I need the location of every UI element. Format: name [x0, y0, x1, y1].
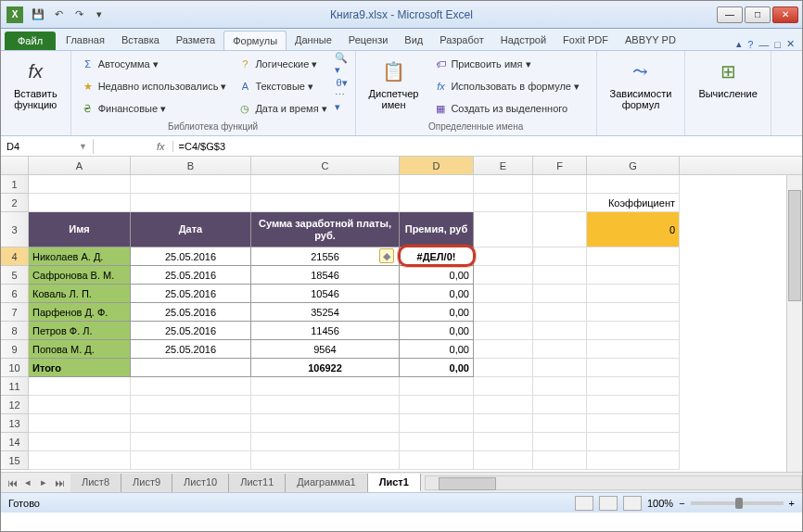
cell-G2[interactable]: Коэффициент — [587, 194, 680, 212]
cell-F13[interactable] — [533, 414, 587, 433]
doc-minimize-icon[interactable]: — — [758, 39, 769, 50]
sheet-tab-Лист1[interactable]: Лист1 — [368, 474, 421, 492]
zoom-out-button[interactable]: − — [679, 498, 684, 509]
cell-F10[interactable] — [533, 359, 587, 377]
row-header-2[interactable]: 2 — [1, 194, 29, 212]
row-header-8[interactable]: 8 — [1, 322, 29, 340]
cell-E1[interactable] — [474, 175, 533, 194]
cell-C1[interactable] — [251, 175, 400, 194]
cell-G1[interactable] — [587, 175, 680, 194]
row-header-11[interactable]: 11 — [1, 377, 29, 396]
column-header-B[interactable]: B — [131, 157, 251, 174]
redo-icon[interactable]: ↷ — [70, 6, 88, 24]
cell-D14[interactable] — [400, 433, 474, 451]
cell-G3[interactable]: 0 — [587, 212, 680, 247]
sheet-tab-Лист8[interactable]: Лист8 — [70, 474, 121, 492]
row-header-7[interactable]: 7 — [1, 303, 29, 322]
text-button[interactable]: AТекстовые ▾ — [234, 77, 330, 95]
cell-A14[interactable] — [29, 433, 131, 451]
logical-button[interactable]: ?Логические ▾ — [234, 55, 330, 73]
row-header-12[interactable]: 12 — [1, 396, 29, 414]
cell-A15[interactable] — [29, 451, 131, 470]
cell-D9[interactable]: 0,00 — [400, 340, 474, 359]
cell-A2[interactable] — [29, 194, 131, 212]
cell-A1[interactable] — [29, 175, 131, 194]
row-header-14[interactable]: 14 — [1, 433, 29, 451]
cell-F4[interactable] — [533, 247, 587, 266]
cell-B12[interactable] — [131, 396, 251, 414]
ribbon-tab-рецензи[interactable]: Рецензи — [340, 31, 397, 50]
cell-A13[interactable] — [29, 414, 131, 433]
ribbon-tab-надстрой[interactable]: Надстрой — [492, 31, 554, 50]
zoom-slider[interactable] — [691, 501, 784, 505]
cell-C7[interactable]: 35254 — [251, 303, 400, 322]
cell-C11[interactable] — [251, 377, 400, 396]
file-tab[interactable]: Файл — [5, 32, 56, 50]
cell-A7[interactable]: Парфенов Д. Ф. — [29, 303, 131, 322]
row-header-13[interactable]: 13 — [1, 414, 29, 433]
cell-B10[interactable] — [131, 359, 251, 377]
cell-G5[interactable] — [587, 266, 680, 285]
more-icon[interactable]: ⋯▾ — [335, 94, 350, 108]
row-header-9[interactable]: 9 — [1, 340, 29, 359]
cell-B13[interactable] — [131, 414, 251, 433]
cell-G12[interactable] — [587, 396, 680, 414]
cell-E12[interactable] — [474, 396, 533, 414]
cell-G7[interactable] — [587, 303, 680, 322]
close-button[interactable]: ✕ — [772, 6, 798, 23]
cell-B1[interactable] — [131, 175, 251, 194]
qat-dropdown-icon[interactable]: ▾ — [90, 6, 108, 24]
cell-C4[interactable]: 21556 — [251, 247, 400, 266]
page-layout-button[interactable] — [599, 496, 618, 511]
cell-E15[interactable] — [474, 451, 533, 470]
undo-icon[interactable]: ↶ — [49, 6, 68, 24]
cell-E7[interactable] — [474, 303, 533, 322]
cell-C15[interactable] — [251, 451, 400, 470]
cell-G15[interactable] — [587, 451, 680, 470]
doc-restore-icon[interactable]: □ — [774, 39, 781, 50]
cell-D7[interactable]: 0,00 — [400, 303, 474, 322]
lookup-icon[interactable]: 🔍▾ — [335, 57, 350, 71]
cell-B9[interactable]: 25.05.2016 — [131, 340, 251, 359]
cell-B15[interactable] — [131, 451, 251, 470]
column-header-C[interactable]: C — [251, 157, 400, 174]
save-icon[interactable]: 💾 — [29, 6, 47, 24]
sheet-last-icon[interactable]: ⏭ — [52, 475, 67, 490]
math-icon[interactable]: θ▾ — [335, 75, 350, 90]
cell-B2[interactable] — [131, 194, 251, 212]
cell-E8[interactable] — [474, 322, 533, 340]
minimize-ribbon-icon[interactable]: ▴ — [736, 38, 742, 50]
cell-C10[interactable]: 106922 — [251, 359, 400, 377]
name-box-dropdown-icon[interactable]: ▼ — [79, 142, 87, 151]
doc-close-icon[interactable]: ✕ — [786, 38, 795, 50]
cell-D11[interactable] — [400, 377, 474, 396]
cell-D13[interactable] — [400, 414, 474, 433]
sheet-tab-Лист11[interactable]: Лист11 — [229, 474, 286, 492]
cell-G6[interactable] — [587, 285, 680, 303]
ribbon-tab-главная[interactable]: Главная — [57, 31, 113, 50]
cell-C9[interactable]: 9564 — [251, 340, 400, 359]
cell-C12[interactable] — [251, 396, 400, 414]
sheet-prev-icon[interactable]: ◂ — [20, 475, 35, 490]
cell-A10[interactable]: Итого — [29, 359, 131, 377]
zoom-in-button[interactable]: + — [789, 498, 795, 509]
cell-G4[interactable] — [587, 247, 680, 266]
fx-button[interactable]: fx — [149, 141, 173, 152]
cell-F9[interactable] — [533, 340, 587, 359]
formula-input[interactable] — [173, 139, 802, 154]
cell-G10[interactable] — [587, 359, 680, 377]
cell-C3[interactable]: Сумма заработной платы, руб. — [251, 212, 400, 247]
cell-A8[interactable]: Петров Ф. Л. — [29, 322, 131, 340]
cell-F5[interactable] — [533, 266, 587, 285]
row-header-3[interactable]: 3 — [1, 212, 29, 247]
row-header-6[interactable]: 6 — [1, 285, 29, 303]
scroll-thumb[interactable] — [788, 190, 801, 301]
cell-E3[interactable] — [474, 212, 533, 247]
cells-area[interactable]: КоэффициентИмяДатаСумма заработной платы… — [29, 175, 680, 470]
column-header-E[interactable]: E — [474, 157, 533, 174]
cell-F2[interactable] — [533, 194, 587, 212]
cell-D8[interactable]: 0,00 — [400, 322, 474, 340]
cell-B7[interactable]: 25.05.2016 — [131, 303, 251, 322]
cell-G13[interactable] — [587, 414, 680, 433]
cell-A5[interactable]: Сафронова В. М. — [29, 266, 131, 285]
